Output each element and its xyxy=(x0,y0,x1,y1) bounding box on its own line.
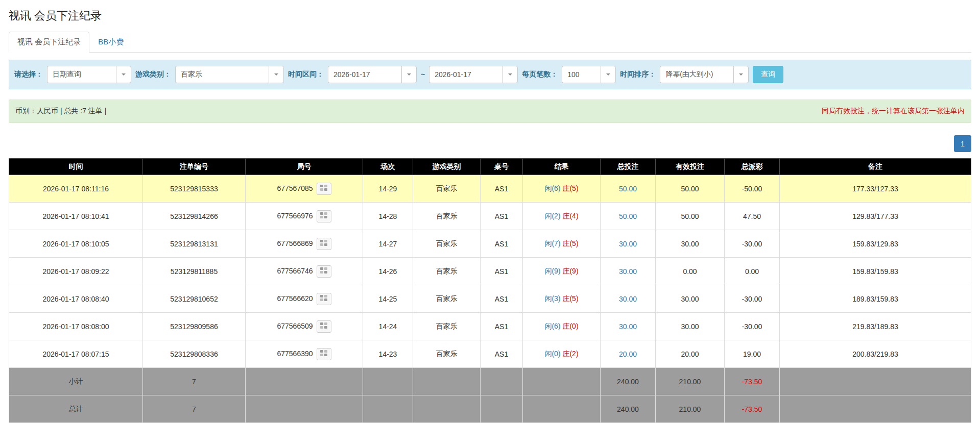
footer-empty-cell xyxy=(246,368,363,395)
table-header-row: 时间注单编号局号场次游戏类别桌号结果总投注有效投注总派彩备注 xyxy=(9,159,971,175)
result-cell: 闲(7) 庄(5) xyxy=(523,230,601,258)
date-to-combobox xyxy=(429,66,518,83)
game-type-cell: 百家乐 xyxy=(413,258,481,285)
total-bet-cell: 20.00 xyxy=(601,340,656,368)
column-header: 结果 xyxy=(523,159,601,175)
table-row: 2026-01-17 08:10:41523129814266677566976… xyxy=(9,203,971,230)
page-size-input[interactable] xyxy=(562,66,601,83)
view-round-result-button[interactable] xyxy=(317,238,331,250)
pagination-top: 1 xyxy=(9,135,971,152)
total-bet-link[interactable]: 30.00 xyxy=(619,240,637,248)
valid-bet-cell: 50.00 xyxy=(656,175,725,203)
footer-empty-cell xyxy=(363,368,413,395)
date-from-combobox xyxy=(328,66,417,83)
view-round-result-button[interactable] xyxy=(317,183,331,195)
total-bet-link[interactable]: 30.00 xyxy=(619,267,637,276)
footer-label-cell: 总计 xyxy=(9,395,143,423)
page-size-dropdown-button[interactable] xyxy=(601,66,616,83)
column-header: 总派彩 xyxy=(725,159,780,175)
session-cell: 14-25 xyxy=(363,285,413,313)
session-cell: 14-24 xyxy=(363,313,413,340)
view-round-result-button[interactable] xyxy=(317,265,331,278)
round-number-cell: 677566746 xyxy=(246,258,363,285)
table-number-cell: AS1 xyxy=(481,230,523,258)
footer-total-bet-cell: 240.00 xyxy=(601,395,656,423)
total-bet-link[interactable]: 30.00 xyxy=(619,322,637,331)
sort-dropdown-button[interactable] xyxy=(733,66,749,83)
payout-cell: -30.00 xyxy=(725,285,780,313)
session-cell: 14-23 xyxy=(363,340,413,368)
banker-result: 庄(2) xyxy=(562,350,578,358)
total-bet-link[interactable]: 50.00 xyxy=(619,212,637,220)
date-to-dropdown-button[interactable] xyxy=(503,66,518,83)
cards-icon xyxy=(320,212,327,220)
banker-result: 庄(0) xyxy=(562,322,578,330)
column-header: 场次 xyxy=(363,159,413,175)
footer-count-cell: 7 xyxy=(143,368,246,395)
game-type-cell: 百家乐 xyxy=(413,340,481,368)
bet-number-cell: 523129814266 xyxy=(143,203,246,230)
session-cell: 14-27 xyxy=(363,230,413,258)
column-header: 总投注 xyxy=(601,159,656,175)
footer-empty-cell xyxy=(523,368,601,395)
cards-icon xyxy=(320,185,327,192)
query-type-input[interactable] xyxy=(47,66,116,83)
player-result: 闲(6) xyxy=(544,184,560,192)
payout-cell: 0.00 xyxy=(725,258,780,285)
player-result: 闲(9) xyxy=(544,267,560,275)
table-row: 2026-01-17 08:07:15523129808336677566390… xyxy=(9,340,971,368)
cards-icon xyxy=(320,295,327,303)
date-from-input[interactable] xyxy=(328,66,401,83)
payout-cell: 19.00 xyxy=(725,340,780,368)
result-cell: 闲(9) 庄(9) xyxy=(523,258,601,285)
valid-bet-cell: 30.00 xyxy=(656,230,725,258)
search-button[interactable]: 查询 xyxy=(753,66,783,83)
valid-bet-cell: 30.00 xyxy=(656,285,725,313)
sort-input[interactable] xyxy=(660,66,733,83)
total-bet-link[interactable]: 20.00 xyxy=(619,350,637,358)
total-bet-link[interactable]: 50.00 xyxy=(619,185,637,193)
result-cell: 闲(2) 庄(4) xyxy=(523,203,601,230)
table-row: 2026-01-17 08:09:22523129811885677566746… xyxy=(9,258,971,285)
banker-result: 庄(5) xyxy=(562,239,578,247)
game-type-dropdown-button[interactable] xyxy=(269,66,284,83)
time-cell: 2026-01-17 08:08:40 xyxy=(9,285,143,313)
summary-bar: 币别：人民币 | 总共 :7 注单 | 同局有效投注，统一计算在该局第一张注单内 xyxy=(9,99,971,123)
note-cell: 177.33/127.33 xyxy=(780,175,971,203)
page-size-label: 每页笔数： xyxy=(522,70,558,79)
column-header: 局号 xyxy=(246,159,363,175)
view-round-result-button[interactable] xyxy=(317,348,331,360)
table-number-cell: AS1 xyxy=(481,203,523,230)
game-type-input[interactable] xyxy=(175,66,269,83)
footer-empty-cell xyxy=(246,395,363,423)
session-cell: 14-29 xyxy=(363,175,413,203)
view-round-result-button[interactable] xyxy=(317,293,331,305)
table-row: 2026-01-17 08:10:05523129813131677566869… xyxy=(9,230,971,258)
tab-betting-records[interactable]: 视讯 会员下注纪录 xyxy=(9,32,89,53)
tab-bb-tips[interactable]: BB小费 xyxy=(89,32,132,53)
column-header: 备注 xyxy=(780,159,971,175)
date-range-separator: ~ xyxy=(421,70,425,79)
game-type-cell: 百家乐 xyxy=(413,285,481,313)
round-number: 677567085 xyxy=(277,184,313,192)
date-to-input[interactable] xyxy=(429,66,503,83)
round-number: 677566976 xyxy=(277,211,313,219)
footer-payout-cell: -73.50 xyxy=(725,395,780,423)
view-round-result-button[interactable] xyxy=(317,320,331,333)
time-cell: 2026-01-17 08:09:22 xyxy=(9,258,143,285)
summary-left-text: 币别：人民币 | 总共 :7 注单 | xyxy=(15,107,106,116)
result-cell: 闲(3) 庄(5) xyxy=(523,285,601,313)
query-type-dropdown-button[interactable] xyxy=(116,66,131,83)
date-from-dropdown-button[interactable] xyxy=(401,66,417,83)
footer-empty-cell xyxy=(780,395,971,423)
page-1-button[interactable]: 1 xyxy=(954,135,971,152)
total-bet-link[interactable]: 30.00 xyxy=(619,295,637,303)
note-cell: 129.83/177.33 xyxy=(780,203,971,230)
caret-down-icon xyxy=(274,73,278,76)
bet-number-cell: 523129809586 xyxy=(143,313,246,340)
game-type-combobox xyxy=(175,66,284,83)
view-round-result-button[interactable] xyxy=(317,210,331,222)
player-result: 闲(7) xyxy=(544,239,560,247)
cards-icon xyxy=(320,322,327,330)
session-cell: 14-26 xyxy=(363,258,413,285)
